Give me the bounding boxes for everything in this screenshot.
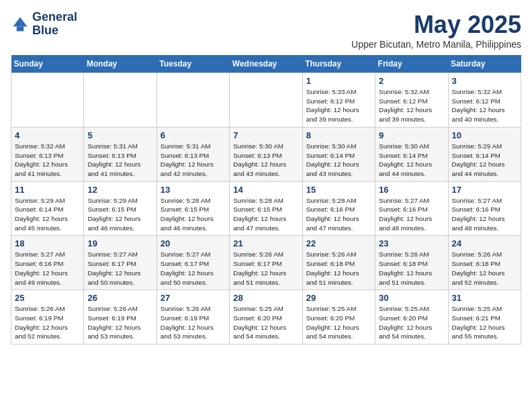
day-number: 3 bbox=[452, 76, 517, 86]
calendar-cell: 16Sunrise: 5:27 AM Sunset: 6:16 PM Dayli… bbox=[375, 181, 448, 236]
day-info: Sunrise: 5:25 AM Sunset: 6:20 PM Dayligh… bbox=[306, 304, 371, 341]
calendar-week-4: 18Sunrise: 5:27 AM Sunset: 6:16 PM Dayli… bbox=[11, 236, 521, 290]
day-info: Sunrise: 5:30 AM Sunset: 6:14 PM Dayligh… bbox=[379, 142, 444, 179]
calendar-cell: 1Sunrise: 5:33 AM Sunset: 6:12 PM Daylig… bbox=[302, 73, 375, 128]
calendar-cell: 29Sunrise: 5:25 AM Sunset: 6:20 PM Dayli… bbox=[302, 290, 375, 345]
day-info: Sunrise: 5:31 AM Sunset: 6:13 PM Dayligh… bbox=[87, 142, 152, 179]
calendar-cell: 26Sunrise: 5:26 AM Sunset: 6:19 PM Dayli… bbox=[84, 290, 157, 345]
day-number: 25 bbox=[15, 293, 80, 303]
header-monday: Monday bbox=[84, 55, 157, 73]
calendar-cell: 14Sunrise: 5:28 AM Sunset: 6:15 PM Dayli… bbox=[230, 181, 302, 236]
day-info: Sunrise: 5:29 AM Sunset: 6:14 PM Dayligh… bbox=[15, 196, 80, 233]
calendar-week-1: 1Sunrise: 5:33 AM Sunset: 6:12 PM Daylig… bbox=[11, 73, 521, 128]
calendar-cell bbox=[230, 73, 302, 128]
day-info: Sunrise: 5:27 AM Sunset: 6:16 PM Dayligh… bbox=[15, 250, 80, 287]
calendar-cell: 4Sunrise: 5:32 AM Sunset: 6:13 PM Daylig… bbox=[11, 127, 84, 181]
day-info: Sunrise: 5:26 AM Sunset: 6:18 PM Dayligh… bbox=[379, 250, 444, 287]
day-info: Sunrise: 5:30 AM Sunset: 6:14 PM Dayligh… bbox=[306, 142, 371, 179]
day-info: Sunrise: 5:31 AM Sunset: 6:13 PM Dayligh… bbox=[161, 142, 226, 179]
day-info: Sunrise: 5:26 AM Sunset: 6:18 PM Dayligh… bbox=[452, 250, 517, 287]
day-number: 18 bbox=[15, 238, 80, 248]
day-number: 31 bbox=[452, 293, 517, 303]
day-info: Sunrise: 5:25 AM Sunset: 6:21 PM Dayligh… bbox=[452, 304, 517, 341]
day-info: Sunrise: 5:25 AM Sunset: 6:20 PM Dayligh… bbox=[379, 304, 444, 341]
calendar-cell: 31Sunrise: 5:25 AM Sunset: 6:21 PM Dayli… bbox=[448, 290, 521, 345]
day-info: Sunrise: 5:28 AM Sunset: 6:16 PM Dayligh… bbox=[306, 196, 371, 233]
day-number: 30 bbox=[379, 293, 444, 303]
calendar-week-2: 4Sunrise: 5:32 AM Sunset: 6:13 PM Daylig… bbox=[11, 127, 521, 181]
header-tuesday: Tuesday bbox=[157, 55, 229, 73]
calendar-cell: 11Sunrise: 5:29 AM Sunset: 6:14 PM Dayli… bbox=[11, 181, 84, 236]
day-number: 2 bbox=[379, 76, 444, 86]
page-header: General Blue May 2025 Upper Bicutan, Met… bbox=[11, 11, 521, 50]
day-number: 28 bbox=[233, 293, 298, 303]
calendar-cell: 10Sunrise: 5:29 AM Sunset: 6:14 PM Dayli… bbox=[448, 127, 521, 181]
day-number: 16 bbox=[379, 185, 444, 195]
day-number: 20 bbox=[161, 238, 226, 248]
day-info: Sunrise: 5:29 AM Sunset: 6:15 PM Dayligh… bbox=[87, 196, 152, 233]
day-info: Sunrise: 5:28 AM Sunset: 6:15 PM Dayligh… bbox=[233, 196, 298, 233]
day-info: Sunrise: 5:25 AM Sunset: 6:20 PM Dayligh… bbox=[233, 304, 298, 341]
calendar-header-row: SundayMondayTuesdayWednesdayThursdayFrid… bbox=[11, 55, 521, 73]
calendar-cell bbox=[11, 73, 84, 128]
day-info: Sunrise: 5:32 AM Sunset: 6:12 PM Dayligh… bbox=[452, 87, 517, 124]
calendar-cell: 23Sunrise: 5:26 AM Sunset: 6:18 PM Dayli… bbox=[375, 236, 448, 290]
day-number: 24 bbox=[452, 238, 517, 248]
day-info: Sunrise: 5:33 AM Sunset: 6:12 PM Dayligh… bbox=[306, 87, 371, 124]
calendar-cell: 21Sunrise: 5:26 AM Sunset: 6:17 PM Dayli… bbox=[230, 236, 302, 290]
calendar-cell: 20Sunrise: 5:27 AM Sunset: 6:17 PM Dayli… bbox=[157, 236, 229, 290]
calendar-cell: 24Sunrise: 5:26 AM Sunset: 6:18 PM Dayli… bbox=[448, 236, 521, 290]
calendar-body: 1Sunrise: 5:33 AM Sunset: 6:12 PM Daylig… bbox=[11, 73, 521, 345]
header-friday: Friday bbox=[375, 55, 448, 73]
day-number: 9 bbox=[379, 130, 444, 140]
calendar-cell: 28Sunrise: 5:25 AM Sunset: 6:20 PM Dayli… bbox=[230, 290, 302, 345]
day-number: 15 bbox=[306, 185, 371, 195]
day-info: Sunrise: 5:29 AM Sunset: 6:14 PM Dayligh… bbox=[452, 142, 517, 179]
day-number: 21 bbox=[233, 238, 298, 248]
day-info: Sunrise: 5:26 AM Sunset: 6:18 PM Dayligh… bbox=[306, 250, 371, 287]
svg-rect-2 bbox=[17, 26, 24, 31]
header-wednesday: Wednesday bbox=[230, 55, 302, 73]
calendar-cell: 6Sunrise: 5:31 AM Sunset: 6:13 PM Daylig… bbox=[157, 127, 229, 181]
day-number: 12 bbox=[87, 185, 152, 195]
calendar-cell: 8Sunrise: 5:30 AM Sunset: 6:14 PM Daylig… bbox=[302, 127, 375, 181]
calendar-cell: 27Sunrise: 5:26 AM Sunset: 6:19 PM Dayli… bbox=[157, 290, 229, 345]
calendar-week-5: 25Sunrise: 5:26 AM Sunset: 6:19 PM Dayli… bbox=[11, 290, 521, 345]
calendar-week-3: 11Sunrise: 5:29 AM Sunset: 6:14 PM Dayli… bbox=[11, 181, 521, 236]
day-info: Sunrise: 5:26 AM Sunset: 6:19 PM Dayligh… bbox=[87, 304, 152, 341]
calendar-cell: 18Sunrise: 5:27 AM Sunset: 6:16 PM Dayli… bbox=[11, 236, 84, 290]
calendar-cell: 22Sunrise: 5:26 AM Sunset: 6:18 PM Dayli… bbox=[302, 236, 375, 290]
logo-icon bbox=[11, 15, 30, 34]
calendar-cell: 5Sunrise: 5:31 AM Sunset: 6:13 PM Daylig… bbox=[84, 127, 157, 181]
calendar-cell: 9Sunrise: 5:30 AM Sunset: 6:14 PM Daylig… bbox=[375, 127, 448, 181]
calendar-cell bbox=[157, 73, 229, 128]
day-number: 29 bbox=[306, 293, 371, 303]
day-number: 5 bbox=[87, 130, 152, 140]
calendar-cell: 15Sunrise: 5:28 AM Sunset: 6:16 PM Dayli… bbox=[302, 181, 375, 236]
day-number: 27 bbox=[161, 293, 226, 303]
day-info: Sunrise: 5:32 AM Sunset: 6:12 PM Dayligh… bbox=[379, 87, 444, 124]
header-saturday: Saturday bbox=[448, 55, 521, 73]
calendar-cell: 2Sunrise: 5:32 AM Sunset: 6:12 PM Daylig… bbox=[375, 73, 448, 128]
day-number: 22 bbox=[306, 238, 371, 248]
month-title: May 2025 bbox=[351, 11, 521, 39]
day-number: 13 bbox=[161, 185, 226, 195]
day-number: 11 bbox=[15, 185, 80, 195]
calendar-cell: 17Sunrise: 5:27 AM Sunset: 6:16 PM Dayli… bbox=[448, 181, 521, 236]
day-info: Sunrise: 5:26 AM Sunset: 6:17 PM Dayligh… bbox=[233, 250, 298, 287]
day-number: 17 bbox=[452, 185, 517, 195]
day-number: 4 bbox=[15, 130, 80, 140]
calendar-cell: 12Sunrise: 5:29 AM Sunset: 6:15 PM Dayli… bbox=[84, 181, 157, 236]
day-number: 23 bbox=[379, 238, 444, 248]
day-number: 1 bbox=[306, 76, 371, 86]
day-info: Sunrise: 5:26 AM Sunset: 6:19 PM Dayligh… bbox=[161, 304, 226, 341]
day-info: Sunrise: 5:28 AM Sunset: 6:15 PM Dayligh… bbox=[161, 196, 226, 233]
calendar-cell: 3Sunrise: 5:32 AM Sunset: 6:12 PM Daylig… bbox=[448, 73, 521, 128]
logo-text: General Blue bbox=[32, 11, 77, 38]
day-number: 10 bbox=[452, 130, 517, 140]
day-number: 7 bbox=[233, 130, 298, 140]
calendar-cell: 13Sunrise: 5:28 AM Sunset: 6:15 PM Dayli… bbox=[157, 181, 229, 236]
header-thursday: Thursday bbox=[302, 55, 375, 73]
day-number: 14 bbox=[233, 185, 298, 195]
calendar-cell: 7Sunrise: 5:30 AM Sunset: 6:13 PM Daylig… bbox=[230, 127, 302, 181]
